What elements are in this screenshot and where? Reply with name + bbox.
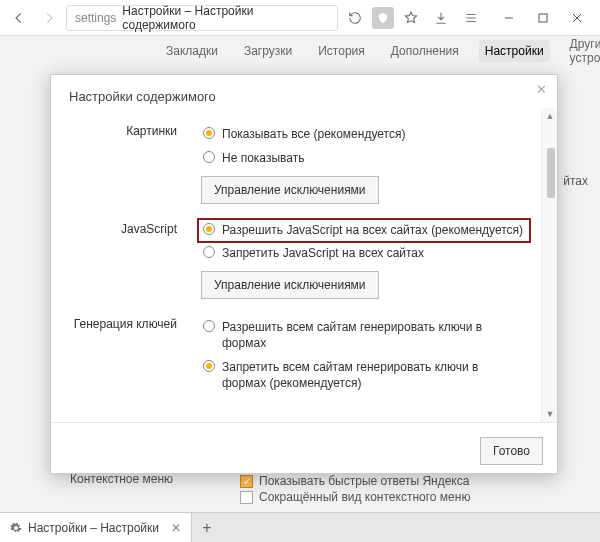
- keygen-block-option[interactable]: Запретить всем сайтам генерировать ключи…: [201, 355, 527, 395]
- done-button[interactable]: Готово: [480, 437, 543, 465]
- checkbox-compact-menu[interactable]: [240, 491, 253, 504]
- tab-title: Настройки – Настройки: [28, 521, 159, 535]
- bookmark-star-icon[interactable]: [398, 5, 424, 31]
- tab-downloads[interactable]: Загрузки: [238, 40, 298, 62]
- section-images-label: Картинки: [51, 122, 201, 204]
- tab-addons[interactable]: Дополнения: [385, 40, 465, 62]
- tab-history[interactable]: История: [312, 40, 371, 62]
- images-hide-option[interactable]: Не показывать: [201, 146, 527, 170]
- option-label: Разрешить JavaScript на всех сайтах (рек…: [222, 222, 523, 238]
- javascript-allow-option[interactable]: Разрешить JavaScript на всех сайтах (рек…: [197, 218, 531, 242]
- section-images: Картинки Показывать все (рекомендуется) …: [51, 112, 557, 210]
- browser-tab-active[interactable]: Настройки – Настройки ✕: [0, 513, 192, 542]
- section-javascript-label: JavaScript: [51, 220, 201, 298]
- tab-devices[interactable]: Другие устройства: [564, 33, 600, 69]
- context-menu-options: ✓ Показывать быстрые ответы Яндекса Сокр…: [240, 472, 470, 504]
- tab-bookmarks[interactable]: Закладки: [160, 40, 224, 62]
- svg-rect-1: [539, 14, 547, 22]
- maximize-button[interactable]: [526, 4, 560, 32]
- option-label: Запретить JavaScript на всех сайтах: [222, 245, 424, 261]
- keygen-allow-option[interactable]: Разрешить всем сайтам генерировать ключи…: [201, 315, 527, 355]
- radio-icon: [203, 151, 215, 163]
- option-label: Разрешить всем сайтам генерировать ключи…: [222, 319, 525, 351]
- quick-answers-label: Показывать быстрые ответы Яндекса: [259, 474, 469, 488]
- omnibox[interactable]: settings Настройки – Настройки содержимо…: [66, 5, 338, 31]
- browser-toolbar: settings Настройки – Настройки содержимо…: [0, 0, 600, 36]
- tab-settings[interactable]: Настройки: [479, 40, 550, 62]
- reload-icon[interactable]: [342, 5, 368, 31]
- omnibox-title: Настройки – Настройки содержимого: [122, 4, 329, 32]
- close-dialog-button[interactable]: ✕: [533, 81, 549, 97]
- gear-icon: [10, 522, 22, 534]
- close-tab-icon[interactable]: ✕: [171, 521, 181, 535]
- option-label: Не показывать: [222, 150, 304, 166]
- option-label: Запретить всем сайтам генерировать ключи…: [222, 359, 525, 391]
- radio-icon: [203, 223, 215, 235]
- javascript-block-option[interactable]: Запретить JavaScript на всех сайтах: [201, 241, 527, 265]
- section-javascript: JavaScript Разрешить JavaScript на всех …: [51, 210, 557, 304]
- radio-icon: [203, 360, 215, 372]
- window-controls: [492, 4, 594, 32]
- section-keygen-label: Генерация ключей: [51, 315, 201, 396]
- forward-button[interactable]: [36, 5, 62, 31]
- minimize-button[interactable]: [492, 4, 526, 32]
- context-menu-section-label: Контекстное меню: [70, 472, 173, 486]
- omnibox-context: settings: [75, 11, 116, 25]
- javascript-manage-exceptions-button[interactable]: Управление исключениями: [201, 271, 379, 299]
- back-button[interactable]: [6, 5, 32, 31]
- radio-icon: [203, 320, 215, 332]
- close-window-button[interactable]: [560, 4, 594, 32]
- section-keygen: Генерация ключей Разрешить всем сайтам г…: [51, 305, 557, 402]
- dialog-body: Картинки Показывать все (рекомендуется) …: [51, 108, 557, 422]
- backdrop-text-fragment: йтах: [563, 174, 588, 188]
- images-show-all-option[interactable]: Показывать все (рекомендуется): [201, 122, 527, 146]
- menu-icon[interactable]: [458, 5, 484, 31]
- browser-tabstrip: Настройки – Настройки ✕ +: [0, 512, 600, 542]
- scroll-down-icon[interactable]: ▼: [542, 406, 557, 422]
- scroll-up-icon[interactable]: ▲: [542, 108, 557, 124]
- settings-nav-tabs: Закладки Загрузки История Дополнения Нас…: [0, 36, 600, 66]
- option-label: Показывать все (рекомендуется): [222, 126, 405, 142]
- content-settings-dialog: ✕ Настройки содержимого Картинки Показыв…: [50, 74, 558, 474]
- scroll-thumb[interactable]: [547, 148, 555, 198]
- radio-icon: [203, 127, 215, 139]
- new-tab-button[interactable]: +: [192, 513, 222, 542]
- dialog-scrollbar[interactable]: ▲ ▼: [541, 108, 557, 422]
- compact-menu-label: Сокращённый вид контекстного меню: [259, 490, 470, 504]
- dialog-footer: Готово: [51, 422, 557, 473]
- shield-icon[interactable]: [372, 7, 394, 29]
- checkbox-quick-answers[interactable]: ✓: [240, 475, 253, 488]
- radio-icon: [203, 246, 215, 258]
- images-manage-exceptions-button[interactable]: Управление исключениями: [201, 176, 379, 204]
- downloads-icon[interactable]: [428, 5, 454, 31]
- dialog-title: Настройки содержимого: [51, 75, 557, 108]
